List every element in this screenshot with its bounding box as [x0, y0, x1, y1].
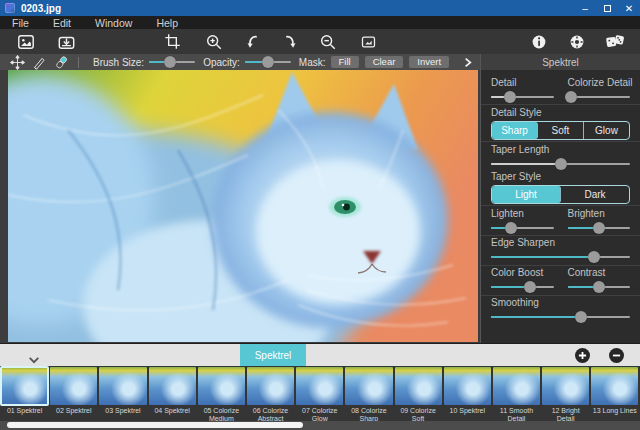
- preset-thumbnail[interactable]: 07 Colorize Glow: [295, 366, 344, 421]
- panel-divider: [481, 295, 640, 296]
- taper-style-option[interactable]: Dark: [561, 186, 629, 203]
- preset-thumbnail[interactable]: 04 Spektrel: [148, 366, 197, 421]
- preset-thumbnail-image: [50, 367, 97, 405]
- preset-thumbnail[interactable]: 09 Colorize Soft: [394, 366, 443, 421]
- horizontal-scrollbar: [0, 421, 640, 430]
- preset-strip-header: Spektrel: [0, 343, 640, 366]
- preset-thumbnail-image: [198, 367, 245, 405]
- add-preset-button[interactable]: [575, 348, 590, 363]
- edited-image-canvas[interactable]: [8, 70, 478, 342]
- preset-thumbnail[interactable]: 11 Smooth Detail: [492, 366, 541, 421]
- preset-thumbnail-label: 06 Colorize Abstract: [247, 405, 294, 421]
- colorize-detail-slider[interactable]: [568, 91, 631, 103]
- preset-thumbnail-image: [296, 367, 343, 405]
- preset-thumbnail[interactable]: 08 Colorize Sharp: [344, 366, 393, 421]
- opacity-slider[interactable]: [245, 56, 291, 68]
- panel-divider: [481, 141, 640, 142]
- info-icon[interactable]: [528, 32, 550, 52]
- taper-length-slider[interactable]: [491, 158, 630, 170]
- spektrel-panel: Detail Colorize Detail Detail Style Shar…: [480, 70, 640, 343]
- preset-thumbnail[interactable]: 05 Colorize Medium: [197, 366, 246, 421]
- preset-thumbnail-image: [1, 367, 48, 405]
- preset-category-tab[interactable]: Spektrel: [240, 344, 306, 367]
- detail-label: Detail: [491, 77, 554, 88]
- mask-invert-button[interactable]: Invert: [409, 56, 449, 68]
- photo-icon[interactable]: [15, 32, 37, 52]
- mask-fill-button[interactable]: Fill: [331, 56, 359, 68]
- mask-label: Mask:: [299, 57, 326, 68]
- brighten-label: Brighten: [568, 208, 631, 219]
- undo-icon[interactable]: [241, 32, 263, 52]
- redo-icon[interactable]: [279, 32, 301, 52]
- taper-style-label: Taper Style: [491, 171, 630, 182]
- preset-thumbnail-image: [247, 367, 294, 405]
- lighten-slider[interactable]: [491, 222, 554, 234]
- preset-thumbnail[interactable]: 03 Spektrel: [98, 366, 147, 421]
- color-boost-slider[interactable]: [491, 281, 554, 293]
- taper-style-segmented: Light Dark: [491, 185, 630, 204]
- window-title: 0203.jpg: [21, 3, 61, 14]
- toolbar-divider: [78, 57, 79, 68]
- preset-thumbnail[interactable]: 01 Spektrel: [0, 366, 49, 421]
- edge-sharpen-slider[interactable]: [491, 251, 630, 263]
- preset-thumbnail-label: 08 Colorize Sharp: [345, 405, 392, 421]
- crop-icon[interactable]: [161, 32, 183, 52]
- contrast-slider[interactable]: [568, 281, 631, 293]
- taper-length-label: Taper Length: [491, 144, 630, 155]
- brush-size-slider[interactable]: [149, 56, 195, 68]
- menu-help[interactable]: Help: [156, 17, 178, 29]
- remove-preset-button[interactable]: [609, 348, 624, 363]
- preset-thumbnail-label: 09 Colorize Soft: [395, 405, 442, 421]
- detail-style-option[interactable]: Sharp: [492, 122, 538, 139]
- fit-image-icon[interactable]: [357, 32, 379, 52]
- maximize-button[interactable]: [596, 0, 618, 16]
- preset-thumbnail-label: 05 Colorize Medium: [198, 405, 245, 421]
- eraser-tool-icon[interactable]: [50, 54, 72, 70]
- detail-style-segmented: Sharp Soft Glow: [491, 121, 630, 140]
- move-tool-icon[interactable]: [6, 54, 28, 70]
- contrast-label: Contrast: [568, 267, 631, 278]
- zoom-in-icon[interactable]: [203, 32, 225, 52]
- minimize-button[interactable]: –: [574, 0, 596, 16]
- smoothing-slider[interactable]: [491, 311, 630, 323]
- brighten-slider[interactable]: [568, 222, 631, 234]
- preset-thumbnail-label: 01 Spektrel: [1, 405, 48, 421]
- menu-file[interactable]: File: [12, 17, 29, 29]
- edge-sharpen-label: Edge Sharpen: [491, 237, 630, 248]
- preset-thumbnail[interactable]: 12 Bright Detail: [541, 366, 590, 421]
- preset-thumbnail[interactable]: 06 Colorize Abstract: [246, 366, 295, 421]
- collapse-panel-chevron-icon[interactable]: [464, 57, 472, 68]
- zoom-out-icon[interactable]: [317, 32, 339, 52]
- preset-thumbnail-label: 03 Spektrel: [99, 405, 146, 421]
- mask-clear-button[interactable]: Clear: [365, 56, 404, 68]
- preset-thumbnail[interactable]: 13 Long Lines: [590, 366, 639, 421]
- app-window: 0203.jpg – ✕ File Edit Window Help: [0, 0, 640, 430]
- preset-thumbnail[interactable]: 10 Spektrel: [443, 366, 492, 421]
- preset-thumbnail-image: [542, 367, 589, 405]
- menu-edit[interactable]: Edit: [53, 17, 71, 29]
- preset-thumbnail-image: [149, 367, 196, 405]
- detail-style-option[interactable]: Soft: [538, 122, 584, 139]
- opacity-label: Opacity:: [203, 57, 240, 68]
- detail-slider[interactable]: [491, 91, 554, 103]
- preset-thumbnail-image: [395, 367, 442, 405]
- horizontal-scrollbar-thumb[interactable]: [7, 422, 303, 428]
- randomize-icon[interactable]: [604, 32, 626, 52]
- preset-thumbnail-label: 02 Spektrel: [50, 405, 97, 421]
- preset-thumbnail-label: 11 Smooth Detail: [493, 405, 540, 421]
- panel-divider: [481, 205, 640, 206]
- settings-icon[interactable]: [566, 32, 588, 52]
- panel-divider: [481, 235, 640, 236]
- detail-style-option[interactable]: Glow: [584, 122, 629, 139]
- menu-window[interactable]: Window: [95, 17, 132, 29]
- app-icon: [5, 3, 15, 13]
- close-button[interactable]: ✕: [618, 0, 640, 16]
- color-boost-label: Color Boost: [491, 267, 554, 278]
- main-toolbar: [0, 29, 640, 54]
- import-image-icon[interactable]: [55, 32, 77, 52]
- taper-style-option[interactable]: Light: [492, 186, 561, 203]
- brush-tool-icon[interactable]: [28, 54, 50, 70]
- titlebar[interactable]: 0203.jpg – ✕: [0, 0, 640, 16]
- preset-thumbnail-label: 12 Bright Detail: [542, 405, 589, 421]
- preset-thumbnail[interactable]: 02 Spektrel: [49, 366, 98, 421]
